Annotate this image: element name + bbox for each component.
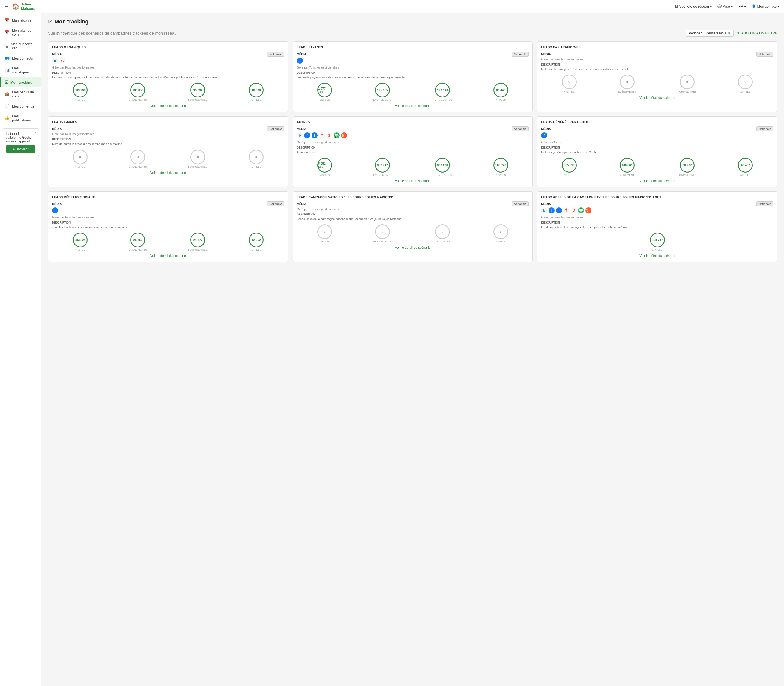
stats-row: 0 VISITES 0 ÉVÉNEMENTS 0 FORMULAIRES 0 A… xyxy=(297,224,529,243)
media-icons: bff📍G💬S= xyxy=(297,132,529,139)
card-header: LEADS GÉNÉRÉS PAR GEOLID xyxy=(541,120,773,124)
desc-label: DESCRIPTION xyxy=(297,213,529,216)
stat-label: APPELS xyxy=(496,98,506,101)
nationale-badge: Nationale xyxy=(267,126,284,131)
aide-btn[interactable]: 💬 Aide ▾ xyxy=(717,4,733,8)
nationale-badge: Nationale xyxy=(512,52,529,57)
nationale-badge: Nationale xyxy=(512,126,529,131)
desc-label: DESCRIPTION xyxy=(52,221,284,224)
google-icon: G xyxy=(570,207,577,214)
stat-label: VISITES xyxy=(564,174,574,176)
sidebar-item-mes-statistiques[interactable]: 📊 Mes statistiques xyxy=(0,63,41,77)
card-leads-payants: LEADS PAYANTS MÉDIA Nationale f Géré par… xyxy=(293,41,533,112)
compte-btn[interactable]: 👤 Mon compte ▾ xyxy=(751,4,780,8)
hamburger-menu[interactable]: ☰ xyxy=(4,3,9,10)
card-leads-geolid: LEADS GÉNÉRÉS PAR GEOLID MÉDIA Nationale… xyxy=(537,116,777,187)
stat-circle: 1 877 191 xyxy=(317,83,332,98)
detail-link[interactable]: Voir le détail du scénario xyxy=(52,171,284,175)
desc-text: Tous les leads issus des actions sur les… xyxy=(52,225,284,229)
card-gerant: Géré par Tous les gestionnaires xyxy=(297,207,529,211)
media-label: MÉDIA xyxy=(541,127,551,131)
sidebar-item-mes-supports[interactable]: 🖥 Mes supports web xyxy=(0,39,41,53)
stat-circle: 0 xyxy=(620,75,634,89)
layout: 📅 Mon réseau 📅 Mon plan de com' 🖥 Mes su… xyxy=(0,13,784,686)
vue-reseau-btn[interactable]: 🖥 Vue tête de réseau ▾ xyxy=(675,4,712,8)
facebook-icon2: f xyxy=(549,207,554,214)
monitor-icon: 🖥 xyxy=(5,44,9,49)
card-leads-tv-jolies: LEADS APPELS DE LA CAMPAGNE TV "LES JOUR… xyxy=(537,191,777,262)
nationale-badge: Nationale xyxy=(512,201,529,206)
stat-item: 168 747 APPELS xyxy=(494,158,508,176)
detail-link[interactable]: Voir le détail du scénario xyxy=(52,104,284,108)
chat-icon: 💬 xyxy=(334,132,340,139)
media-icons: bG xyxy=(52,57,284,64)
detail-link[interactable]: Voir le détail du scénario xyxy=(297,246,529,250)
stat-circle: 336 208 xyxy=(435,158,450,173)
detail-link[interactable]: Voir le détail du scénario xyxy=(541,179,773,183)
detail-link[interactable]: Voir le détail du scénario xyxy=(541,96,773,100)
stat-label: APPELS xyxy=(251,248,261,251)
detail-link[interactable]: Voir le détail du scénario xyxy=(541,254,773,258)
detail-link[interactable]: Voir le détail du scénario xyxy=(297,179,529,183)
desc-label: DESCRIPTION xyxy=(541,146,773,149)
facebook-icon: f xyxy=(556,207,562,214)
stat-item: 0 ÉVÉNEMENTS xyxy=(373,224,392,243)
stat-item: 48 398 APPELS xyxy=(249,83,264,101)
stat-circle: 0 xyxy=(680,75,694,89)
install-box: × Installer la plateforme Geolid sur mon… xyxy=(2,128,39,156)
media-icons: bff📍G💬S= xyxy=(541,207,773,214)
calendar-icon: 📅 xyxy=(5,30,10,35)
sidebar-item-mes-contacts[interactable]: 👥 Mes contacts xyxy=(0,53,41,63)
stat-circle: 120 116 xyxy=(435,83,450,98)
sidebar-item-mes-contenus[interactable]: 📄 Mes contenus xyxy=(0,101,41,111)
subtitle-actions: Période : 3 derniers mois ✏ ⚙ AJOUTER UN… xyxy=(686,30,777,37)
stat-circle: 168 747 xyxy=(494,158,508,173)
stats-row: 1 877 191 VISITES 125 955 ÉVÉNEMENTS 120… xyxy=(297,83,529,101)
stat-item: 100 869 ÉVÉNEMENTS xyxy=(618,158,636,176)
sidebar-item-mes-publications[interactable]: 👍 Mes publications xyxy=(0,111,41,125)
main-content: ☑ Mon tracking Vue synthétique des scéna… xyxy=(41,13,784,686)
card-leads-organiques: LEADS ORGANIQUES MÉDIA Nationale bG Géré… xyxy=(48,41,288,112)
stat-label: APPELS xyxy=(740,174,750,176)
desc-label: DESCRIPTION xyxy=(52,71,284,74)
stat-label: APPELS xyxy=(251,165,261,168)
stats-row: 505 517 VISITES 100 869 ÉVÉNEMENTS 96 26… xyxy=(541,158,773,176)
lang-btn[interactable]: FR ▾ xyxy=(738,4,746,8)
desc-text: Retours générés par les actions de Geoli… xyxy=(541,150,773,154)
stat-item: 25 762 ÉVÉNEMENTS xyxy=(129,233,147,251)
stat-item: 1 877 191 VISITES xyxy=(317,83,332,101)
close-install-btn[interactable]: × xyxy=(34,130,37,135)
desc-text: Leads issus de la campagne nationale sur… xyxy=(297,217,529,221)
sidebar-item-mon-reseau[interactable]: 📅 Mon réseau xyxy=(0,15,41,26)
stat-circle: 12 062 xyxy=(249,233,264,247)
thumbsup-icon: 👍 xyxy=(5,116,10,121)
stat-circle: 0 xyxy=(375,224,390,239)
stat-label: ÉVÉNEMENTS xyxy=(129,165,147,168)
stat-circle: 125 955 xyxy=(375,83,390,98)
stats-row: 5 252 585 VISITES 352 747 ÉVÉNEMENTS 336… xyxy=(297,158,529,176)
topnav-right: 🖥 Vue tête de réseau ▾ 💬 Aide ▾ FR ▾ 👤 M… xyxy=(675,4,780,8)
stat-label: ÉVÉNEMENTS xyxy=(618,90,636,93)
card-media-row: MÉDIA Nationale xyxy=(297,52,529,57)
sidebar-item-mon-plan[interactable]: 📅 Mon plan de com' xyxy=(0,26,41,39)
topnav: ☰ 🏠 Jolies Maisons 🖥 Vue tête de réseau … xyxy=(0,0,784,13)
period-badge[interactable]: Période : 3 derniers mois ✏ xyxy=(686,30,733,37)
add-filter-button[interactable]: ⚙ AJOUTER UN FILTRE xyxy=(736,31,777,35)
sidebar-item-mes-packs[interactable]: 📦 Mes packs de com' xyxy=(0,87,41,101)
card-gerant: Géré par Geolid xyxy=(541,140,773,144)
desc-label: DESCRIPTION xyxy=(541,63,773,66)
install-button[interactable]: ⬇ Installer xyxy=(6,145,36,153)
chevron-down-icon: ▾ xyxy=(778,4,780,8)
card-media-row: MÉDIA Nationale xyxy=(52,201,284,206)
chat-icon: 💬 xyxy=(717,4,722,8)
stats-row: 383 824 VISITES 25 762 ÉVÉNEMENTS 24 777… xyxy=(52,233,284,251)
card-media-row: MÉDIA Nationale xyxy=(297,201,529,206)
sidebar-item-mon-tracking[interactable]: ☑ Mon tracking xyxy=(0,77,41,87)
detail-link[interactable]: Voir le détail du scénario xyxy=(297,104,529,108)
stat-item: 48 457 APPELS xyxy=(738,158,753,176)
stat-item: 0 ÉVÉNEMENTS xyxy=(129,150,147,168)
stat-item: 0 APPELS xyxy=(494,224,508,243)
stat-circle: 95 932 xyxy=(191,83,205,98)
detail-link[interactable]: Voir le détail du scénario xyxy=(52,254,284,258)
card-header: LEADS CAMPAGNE NATIO FB "LES JOURS JOLIE… xyxy=(297,196,529,199)
